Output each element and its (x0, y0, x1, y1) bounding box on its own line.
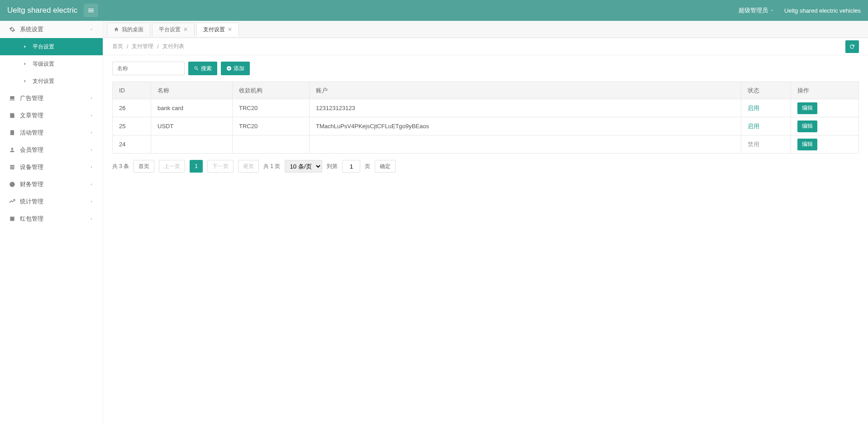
app-name: Ueltg shared electric vehicles (784, 7, 861, 14)
plus-circle-icon (226, 66, 232, 71)
last-page-button[interactable]: 尾页 (238, 160, 259, 173)
brand-title: Ueltg shared electric (7, 6, 77, 15)
tab[interactable]: 支付设置✕ (196, 23, 239, 36)
menu-item-icon (9, 181, 15, 188)
toolbar: 搜索 添加 (103, 55, 868, 82)
close-icon[interactable]: ✕ (183, 26, 188, 33)
sidebar-item[interactable]: 广告管理 (0, 90, 103, 107)
sidebar-item[interactable]: 设备管理 (0, 159, 103, 176)
cell-org: TRC20 (233, 117, 310, 135)
chevron-down-icon (89, 27, 94, 32)
table-row: 24禁用编辑 (113, 135, 859, 154)
cell-account: TMachLuPsV4PKejsCjtCFLuETgo9yBEaos (310, 117, 741, 135)
edit-button[interactable]: 编辑 (797, 139, 817, 150)
cell-actions: 编辑 (791, 99, 859, 117)
sidebar-item-label: 统计管理 (20, 198, 43, 206)
tab-label: 平台设置 (159, 26, 181, 34)
sidebar-sub-item[interactable]: 平台设置 (0, 38, 103, 55)
pages-total: 共 1 页 (263, 163, 280, 170)
breadcrumb: 首页 / 支付管理 / 支付列表 (103, 38, 868, 55)
chevron-right-icon (22, 43, 28, 50)
page-1-button[interactable]: 1 (190, 160, 203, 173)
sidebar-item-label: 活动管理 (20, 129, 43, 137)
gear-icon (9, 26, 15, 33)
sidebar-item-label: 等级设置 (33, 60, 54, 68)
cell-id: 24 (113, 135, 151, 154)
tab-bar: 我的桌面平台设置✕支付设置✕ (103, 21, 868, 38)
sidebar-item-label: 红包管理 (20, 215, 43, 223)
menu-item-icon (9, 216, 15, 222)
add-button[interactable]: 添加 (221, 62, 250, 75)
sidebar-item-label: 支付设置 (33, 77, 54, 85)
chevron-right-icon (22, 61, 28, 67)
sidebar-item[interactable]: 统计管理 (0, 193, 103, 210)
refresh-button[interactable] (845, 40, 859, 53)
per-page-select[interactable]: 10 条/页 (285, 160, 322, 173)
user-label: 超级管理员 (739, 6, 768, 14)
chevron-down-icon (770, 8, 774, 13)
chevron-right-icon (22, 78, 28, 84)
sidebar-item-label: 广告管理 (20, 94, 43, 102)
cell-name: USDT (151, 117, 233, 135)
table-row: 26bank cardTRC20123123123123启用编辑 (113, 99, 859, 117)
menu-item-icon (9, 112, 15, 119)
page-word: 页 (365, 163, 370, 170)
chevron-left-icon (89, 148, 94, 152)
first-page-button[interactable]: 首页 (134, 160, 154, 173)
edit-button[interactable]: 编辑 (797, 102, 817, 114)
menu-icon (87, 7, 95, 14)
sidebar-group-system[interactable]: 系统设置 (0, 21, 103, 38)
column-header: 账户 (310, 82, 741, 99)
menu-item-icon (9, 147, 15, 153)
search-input[interactable] (112, 62, 185, 75)
crumb-section[interactable]: 支付管理 (132, 43, 153, 50)
sidebar-item-label: 财务管理 (20, 180, 43, 188)
sidebar-item[interactable]: 文章管理 (0, 107, 103, 124)
sidebar-item[interactable]: 财务管理 (0, 176, 103, 193)
next-page-button[interactable]: 下一页 (207, 160, 234, 173)
sidebar-item[interactable]: 会员管理 (0, 141, 103, 159)
goto-label: 到第 (327, 163, 338, 170)
cell-account (310, 135, 741, 154)
sidebar-sub-item[interactable]: 等级设置 (0, 55, 103, 72)
chevron-left-icon (89, 113, 94, 118)
cell-id: 26 (113, 99, 151, 117)
hamburger-button[interactable] (84, 4, 98, 17)
tab[interactable]: 我的桌面 (107, 23, 150, 36)
pagination: 共 3 条 首页 上一页 1 下一页 尾页 共 1 页 10 条/页 到第 页 … (103, 154, 868, 179)
sidebar-sub-item[interactable]: 支付设置 (0, 72, 103, 90)
tab[interactable]: 平台设置✕ (152, 23, 195, 36)
sidebar-item[interactable]: 红包管理 (0, 210, 103, 227)
cell-name: bank card (151, 99, 233, 117)
edit-button[interactable]: 编辑 (797, 120, 817, 132)
sidebar-item-label: 文章管理 (20, 111, 43, 120)
menu-item-icon (9, 164, 15, 170)
menu-item-icon (9, 198, 15, 205)
cell-account: 123123123123 (310, 99, 741, 117)
cell-org (233, 135, 310, 154)
sidebar-item-label: 会员管理 (20, 146, 43, 154)
total-count: 共 3 条 (112, 163, 129, 170)
search-button[interactable]: 搜索 (188, 62, 217, 75)
sidebar-item[interactable]: 活动管理 (0, 124, 103, 141)
column-header: 收款机构 (233, 82, 310, 99)
sidebar-item-label: 平台设置 (33, 43, 54, 51)
crumb-page: 支付列表 (162, 43, 184, 50)
user-dropdown[interactable]: 超级管理员 (739, 6, 774, 14)
confirm-page-button[interactable]: 确定 (375, 160, 396, 173)
cell-status: 禁用 (741, 135, 791, 154)
sidebar-item-label: 设备管理 (20, 163, 43, 171)
chevron-left-icon (89, 199, 94, 204)
crumb-home[interactable]: 首页 (112, 43, 123, 50)
prev-page-button[interactable]: 上一页 (159, 160, 185, 173)
chevron-left-icon (89, 130, 94, 135)
column-header: 状态 (741, 82, 791, 99)
close-icon[interactable]: ✕ (228, 26, 232, 33)
chevron-left-icon (89, 217, 94, 221)
menu-item-icon (9, 130, 15, 136)
cell-status: 启用 (741, 117, 791, 135)
chevron-left-icon (89, 96, 94, 101)
cell-id: 25 (113, 117, 151, 135)
goto-input[interactable] (342, 160, 360, 173)
home-icon (114, 27, 119, 32)
